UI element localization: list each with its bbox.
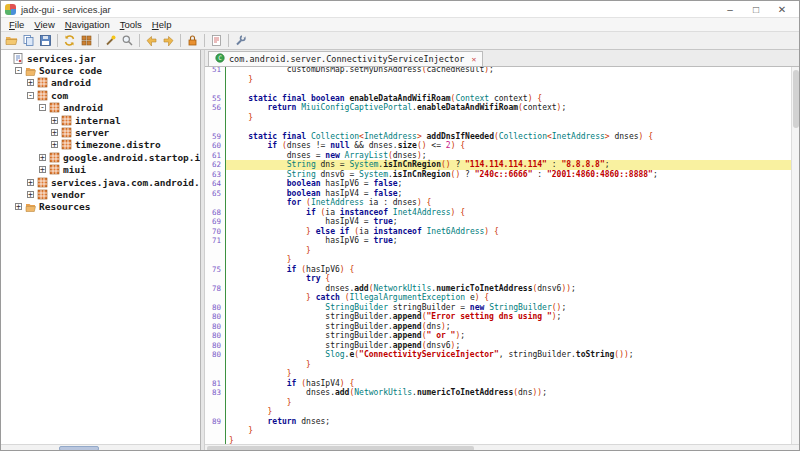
preferences-button[interactable] xyxy=(232,33,249,49)
code-text: } xyxy=(226,360,791,370)
tree-node-label: android xyxy=(63,102,103,113)
expand-toggle[interactable]: + xyxy=(27,79,34,86)
code-line: } xyxy=(205,426,791,436)
save-all-button[interactable] xyxy=(37,33,54,49)
line-number: 89 xyxy=(205,417,226,427)
flatten-packages-button[interactable] xyxy=(78,33,95,49)
menu-tools[interactable]: Tools xyxy=(115,19,147,30)
package-icon xyxy=(49,102,60,113)
code-text: } xyxy=(226,75,791,85)
expand-toggle[interactable]: + xyxy=(51,117,58,124)
package-icon xyxy=(61,127,72,138)
tree-node-com[interactable]: -com xyxy=(3,89,200,101)
line-number xyxy=(205,122,226,132)
code-text: Slog.e("ConnectivityServiceInjector", st… xyxy=(226,350,791,360)
tree-node-source-code[interactable]: -Source code xyxy=(3,64,200,76)
collapse-toggle[interactable]: - xyxy=(39,104,46,111)
tree-node-server[interactable]: +server xyxy=(3,126,200,138)
tree-horizontal-scrollbar[interactable] xyxy=(1,444,200,451)
line-number: 75 xyxy=(205,265,226,275)
back-button[interactable] xyxy=(143,33,160,49)
line-number xyxy=(205,407,226,417)
deobfuscation-wand-button[interactable] xyxy=(102,33,119,49)
expand-toggle[interactable]: + xyxy=(39,154,46,161)
menu-help[interactable]: Help xyxy=(147,19,177,30)
expand-toggle[interactable]: + xyxy=(27,179,34,186)
code-text: dnses.add(NetworkUtils.numericToInetAddr… xyxy=(226,388,791,398)
expand-toggle[interactable]: + xyxy=(51,129,58,136)
code-text: return dnses; xyxy=(226,417,791,427)
tree-hscroll-thumb[interactable] xyxy=(59,446,99,451)
collapse-toggle[interactable]: - xyxy=(27,92,34,99)
expand-toggle[interactable]: + xyxy=(51,141,58,148)
code-horizontal-scrollbar[interactable] xyxy=(205,444,799,451)
tree-node-label: miui xyxy=(63,164,86,175)
expand-toggle[interactable]: + xyxy=(39,166,46,173)
tab-connectivity-service-injector[interactable]: C com.android.server.ConnectivityService… xyxy=(208,51,483,66)
code-text: hasIpV6 = true; xyxy=(226,236,791,246)
open-file-button[interactable] xyxy=(3,33,20,49)
collapse-toggle[interactable]: - xyxy=(15,67,22,74)
line-number: 61 xyxy=(205,151,226,161)
code-line: 64boolean hasIpV6 = false; xyxy=(205,179,791,189)
tree-node-android[interactable]: +android xyxy=(3,77,200,89)
tree-node-services-java-com-android-server-[interactable]: +services.java.com.android.server. xyxy=(3,176,200,188)
line-number xyxy=(205,274,226,284)
line-number xyxy=(205,246,226,256)
code-vertical-scrollbar[interactable] xyxy=(791,67,799,444)
toolbar-separator xyxy=(180,34,181,47)
minimize-button[interactable]: – xyxy=(717,2,743,17)
menu-navigation[interactable]: Navigation xyxy=(60,19,115,30)
package-icon xyxy=(37,177,48,188)
menu-view[interactable]: View xyxy=(29,19,59,30)
code-line: 65boolean hasIpV4 = false; xyxy=(205,189,791,199)
tree-node-vendor[interactable]: +vendor xyxy=(3,188,200,200)
forward-button[interactable] xyxy=(160,33,177,49)
line-number xyxy=(205,198,226,208)
line-number: 69 xyxy=(205,217,226,227)
search-icon xyxy=(121,34,134,47)
tree-node-miui[interactable]: +miui xyxy=(3,164,200,176)
code-text: } xyxy=(226,246,791,256)
code-hscroll-thumb[interactable] xyxy=(207,446,474,451)
line-number: 80 xyxy=(205,303,226,313)
menu-file[interactable]: File xyxy=(4,19,29,30)
code-text: boolean hasIpV4 = false; xyxy=(226,189,791,199)
code-line: 51customDnsMap.setMyDnsAddress(cachedRes… xyxy=(205,67,791,75)
line-number xyxy=(205,369,226,379)
tree-node-services-jar[interactable]: services.jar xyxy=(3,52,200,64)
maximize-button[interactable]: □ xyxy=(743,2,769,17)
expand-toggle[interactable]: + xyxy=(15,203,22,210)
code-text: dnses.add(NetworkUtils.numericToInetAddr… xyxy=(226,284,791,294)
code-editor[interactable]: 51customDnsMap.setMyDnsAddress(cachedRes… xyxy=(205,67,791,444)
jar-icon xyxy=(13,53,24,64)
code-vscroll-thumb[interactable] xyxy=(793,70,799,128)
line-number: 80 xyxy=(205,341,226,351)
add-files-button[interactable] xyxy=(20,33,37,49)
tree-node-timezone-distro[interactable]: +timezone.distro xyxy=(3,139,200,151)
tree-node-android[interactable]: -android xyxy=(3,102,200,114)
code-line: } xyxy=(205,246,791,256)
code-text: customDnsMap.setMyDnsAddress(cachedResul… xyxy=(226,67,791,75)
search-button[interactable] xyxy=(119,33,136,49)
code-line: 60if (dnses != null && dnses.size() <= 2… xyxy=(205,141,791,151)
tree-node-internal[interactable]: +internal xyxy=(3,114,200,126)
report-button[interactable] xyxy=(208,33,225,49)
expand-toggle[interactable]: + xyxy=(27,191,34,198)
line-number: 59 xyxy=(205,132,226,142)
close-button[interactable]: ✕ xyxy=(769,2,795,17)
menu-bar: FileViewNavigationToolsHelp xyxy=(1,18,799,32)
class-icon: C xyxy=(215,53,225,65)
code-line: 80stringBuilder.append("Error setting dn… xyxy=(205,312,791,322)
line-number: 70 xyxy=(205,227,226,237)
reload-button[interactable] xyxy=(61,33,78,49)
toolbar-separator xyxy=(139,34,140,47)
line-number xyxy=(205,360,226,370)
tree-node-google-android-startop-iorap[interactable]: +google.android.startop.iorap xyxy=(3,151,200,163)
tree-node-resources[interactable]: +Resources xyxy=(3,201,200,213)
line-number: 65 xyxy=(205,189,226,199)
tab-close-icon[interactable]: ✕ xyxy=(471,55,476,64)
log-viewer-button[interactable] xyxy=(184,33,201,49)
code-text: stringBuilder.append(dnsv6); xyxy=(226,341,791,351)
open-file-icon xyxy=(5,34,18,47)
